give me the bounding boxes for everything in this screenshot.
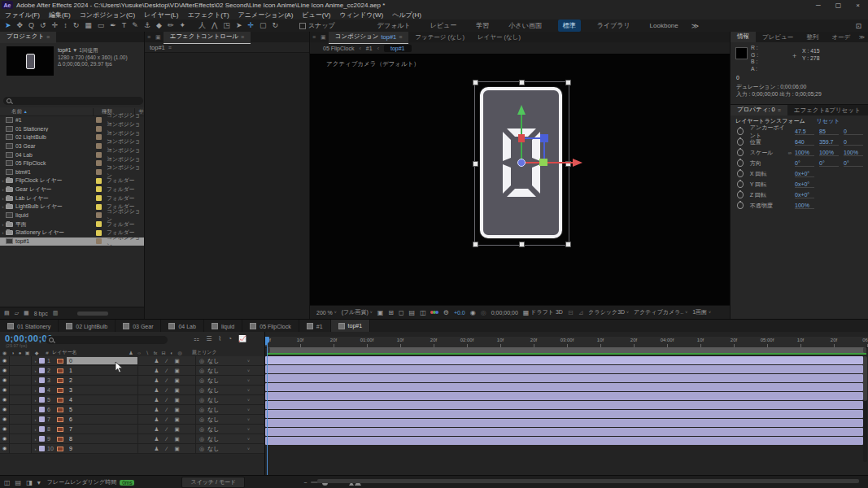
twirl-icon[interactable]: › (32, 388, 39, 393)
project-item-row[interactable]: › top#1 コンポジション (0, 237, 144, 246)
close-button[interactable]: × (856, 2, 860, 9)
av-switch-cells[interactable] (10, 386, 32, 394)
adjustment-column-icon[interactable]: ◐ (168, 351, 176, 355)
threed-switch-icon[interactable]: ▣ (174, 358, 179, 364)
menu-item[interactable]: レイヤー(L) (144, 11, 178, 20)
layer-name[interactable]: 0 (67, 357, 137, 364)
brush-tool-icon[interactable]: ✎ (132, 20, 138, 31)
parent-dropdown[interactable]: なし ˅ (207, 406, 253, 414)
timeline-layer-row[interactable]: ◉ › 1 0 ♟ ∕ ▣ ◎ なし (0, 356, 264, 366)
threed-switch-icon[interactable]: ▣ (174, 368, 179, 374)
workspace-tab[interactable]: 標準 (558, 20, 581, 32)
timeline-vertical-scrollbar[interactable] (863, 356, 867, 462)
layer-name[interactable]: 4 (67, 396, 137, 403)
av-switch-cells[interactable] (10, 434, 32, 443)
draft-3d-toggle[interactable]: ▦ドラフト 3D (523, 308, 563, 316)
threed-switch-icon[interactable]: ▣ (174, 426, 179, 433)
video-column-icon[interactable]: ◉ (0, 350, 9, 355)
pan-camera-tool-icon[interactable]: ✛ (52, 20, 59, 31)
label-color-chip[interactable] (96, 221, 102, 227)
quality-switch-icon[interactable]: ∕ (166, 416, 167, 422)
twirl-icon[interactable]: › (32, 359, 39, 364)
view-axis-mode-icon[interactable]: ◳ (223, 20, 230, 31)
layer-name[interactable]: 1 (67, 367, 137, 374)
shy-switch-icon[interactable]: ♟ (154, 377, 159, 384)
layer-duration-bar[interactable] (265, 356, 863, 364)
property-value[interactable]: 100% (795, 150, 814, 156)
exposure-value[interactable]: +0.0 (454, 310, 465, 316)
parent-dropdown[interactable]: なし ˅ (207, 386, 253, 394)
quality-column-icon[interactable]: ∖ (143, 350, 151, 355)
parent-link-column-label[interactable]: 親とリンク (184, 349, 241, 356)
threed-switch-icon[interactable]: ▣ (174, 377, 179, 384)
layer-label-chip[interactable] (39, 397, 45, 403)
property-value[interactable]: 640 (795, 139, 814, 146)
panel-lock-icon[interactable]: ▣ (318, 34, 329, 41)
quality-switch-icon[interactable]: ∕ (166, 358, 167, 364)
transform-gizmo[interactable] (493, 98, 587, 176)
property-value[interactable]: 0x+0° (795, 192, 814, 198)
layer-name[interactable]: 8 (67, 435, 137, 442)
ground-plane-icon[interactable]: ⊿ (578, 309, 584, 316)
label-color-chip[interactable] (96, 169, 102, 175)
threed-switch-icon[interactable]: ▣ (174, 397, 179, 403)
tab-composition[interactable]: コンポジション top#1 ≡ (329, 32, 409, 44)
pen-tool-icon[interactable]: ✒ (110, 20, 116, 31)
parent-pick-whip-icon[interactable]: ◎ (196, 426, 207, 433)
stopwatch-icon[interactable] (737, 138, 744, 146)
panel-lock-icon[interactable]: ▣ (153, 34, 164, 41)
parent-pick-whip-icon[interactable]: ◎ (196, 436, 207, 442)
guides-icon[interactable]: ◫ (420, 309, 426, 316)
rotation-gizmo-icon[interactable]: ↻ (272, 20, 278, 31)
twirl-icon[interactable]: › (32, 417, 39, 422)
property-value[interactable]: 85 (819, 129, 839, 135)
lock-column-icon[interactable]: ▣ (24, 350, 31, 355)
shy-switch-icon[interactable]: ♟ (154, 368, 159, 374)
orbit-camera-tool-icon[interactable]: ↺ (40, 20, 46, 31)
parent-dropdown[interactable]: なし ˅ (207, 377, 253, 385)
eye-icon[interactable]: ◉ (0, 405, 10, 414)
parent-pick-whip-icon[interactable]: ◎ (196, 446, 207, 452)
parent-dropdown[interactable]: なし ˅ (207, 445, 253, 453)
twirl-icon[interactable]: › (0, 204, 6, 209)
stopwatch-icon[interactable] (737, 170, 744, 177)
layer-label-chip[interactable] (39, 358, 45, 364)
label-column-icon[interactable]: ◆ (31, 350, 42, 355)
eye-icon[interactable]: ◉ (0, 386, 10, 394)
panel-menu-icon[interactable]: ≡ (778, 107, 781, 113)
timeline-comp-tab[interactable]: 02 LightBulb (59, 320, 116, 333)
av-switch-cells[interactable] (10, 376, 32, 385)
quality-switch-icon[interactable]: ∕ (166, 436, 167, 442)
tab-footage[interactable]: フッテージ (なし) (408, 32, 471, 43)
property-value[interactable]: 0x+0° (795, 171, 814, 177)
layer-duration-bar[interactable] (265, 383, 863, 391)
threed-switch-icon[interactable]: ▣ (174, 436, 179, 442)
quality-switch-icon[interactable]: ∕ (166, 397, 167, 403)
label-color-chip[interactable] (96, 204, 102, 210)
project-item-row[interactable]: › 平面 フォルダー (0, 220, 144, 229)
eye-icon[interactable]: ◉ (0, 356, 10, 365)
quality-switch-icon[interactable]: ∕ (166, 426, 167, 432)
stopwatch-icon[interactable] (737, 181, 744, 188)
parent-pick-whip-icon[interactable]: ◎ (196, 416, 207, 423)
property-value[interactable]: 0° (819, 160, 839, 167)
label-color-chip[interactable] (96, 134, 102, 140)
threed-column-icon[interactable]: ◎ (176, 350, 184, 355)
timeline-horizontal-scrollbar[interactable] (317, 479, 859, 483)
property-value[interactable]: 0° (844, 160, 863, 167)
project-search-input[interactable] (3, 97, 143, 105)
timeline-layer-row[interactable]: ◉ › 3 2 ♟ ∕ ▣ ◎ なし (0, 376, 264, 386)
magnification-popup[interactable]: 200 %˅ (316, 310, 337, 316)
workspace-tab[interactable]: デフォルト (368, 20, 421, 32)
minimize-button[interactable]: ─ (816, 2, 821, 9)
label-color-chip[interactable] (96, 178, 102, 184)
timeline-layer-row[interactable]: ◉ › 4 3 ♟ ∕ ▣ ◎ なし (0, 386, 264, 395)
layer-label-chip[interactable] (39, 426, 45, 432)
selection-handle[interactable] (565, 80, 571, 85)
trash-icon[interactable]: ▥ (53, 310, 59, 316)
panel-menu-icon[interactable]: ≡ (46, 34, 50, 40)
threed-switch-icon[interactable]: ▣ (174, 407, 179, 413)
layer-duration-bar[interactable] (265, 428, 863, 436)
property-label[interactable]: Y 回転 (750, 181, 788, 189)
menu-item[interactable]: コンポジション(C) (80, 11, 135, 20)
